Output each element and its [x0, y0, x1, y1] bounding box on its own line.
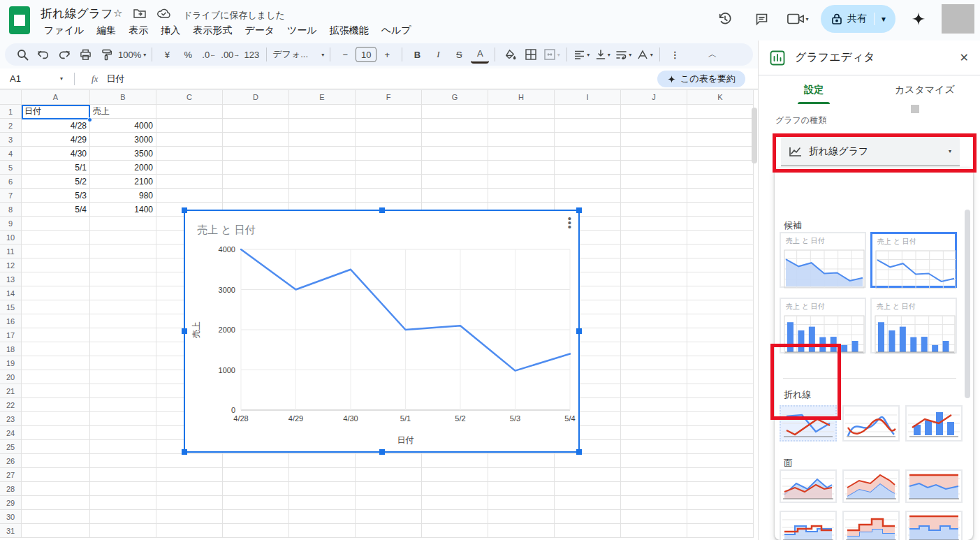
cell-K16[interactable] — [687, 314, 754, 328]
cell-J10[interactable] — [621, 231, 687, 245]
cell-B7[interactable]: 980 — [90, 189, 156, 203]
cell-I3[interactable] — [555, 133, 621, 147]
cell-A14[interactable] — [22, 286, 90, 300]
cell-G30[interactable] — [422, 510, 488, 524]
cell-B6[interactable]: 2100 — [90, 175, 156, 189]
meet-caret-icon[interactable]: ▾ — [806, 16, 809, 22]
cell-B26[interactable] — [90, 454, 156, 468]
cell-J21[interactable] — [621, 384, 687, 398]
row-header-2[interactable]: 2 — [0, 119, 22, 133]
row-header-4[interactable]: 4 — [0, 147, 22, 161]
row-header-7[interactable]: 7 — [0, 189, 22, 203]
cell-G27[interactable] — [422, 468, 488, 482]
cell-K26[interactable] — [687, 454, 754, 468]
comments-icon[interactable] — [748, 6, 775, 32]
menu-2[interactable]: 表示 — [122, 22, 154, 39]
cell-A21[interactable] — [22, 384, 90, 398]
name-box[interactable]: A1 ▾ — [0, 73, 70, 84]
font-size-input[interactable]: 10 — [356, 47, 376, 62]
cell-H2[interactable] — [488, 119, 555, 133]
cell-K27[interactable] — [687, 468, 754, 482]
cell-J13[interactable] — [621, 272, 687, 286]
menu-8[interactable]: ヘルプ — [375, 22, 418, 39]
cell-J19[interactable] — [621, 356, 687, 370]
row-header-16[interactable]: 16 — [0, 314, 22, 328]
cell-A16[interactable] — [22, 314, 90, 328]
share-caret-icon[interactable]: ▼ — [875, 15, 895, 23]
cell-B30[interactable] — [90, 510, 156, 524]
cell-H29[interactable] — [488, 496, 555, 510]
cell-B8[interactable]: 1400 — [90, 203, 156, 217]
resize-handle-ne[interactable] — [576, 207, 582, 213]
stepped-100-area-chart-thumbnail[interactable] — [905, 511, 963, 540]
cell-H27[interactable] — [488, 468, 555, 482]
cell-K4[interactable] — [687, 147, 754, 161]
cell-I30[interactable] — [555, 510, 621, 524]
column-header-G[interactable]: G — [422, 90, 488, 105]
cell-E30[interactable] — [289, 510, 356, 524]
row-header-6[interactable]: 6 — [0, 175, 22, 189]
resize-handle-se[interactable] — [576, 449, 582, 455]
row-header-21[interactable]: 21 — [0, 384, 22, 398]
line-chart-thumbnail-selected[interactable] — [780, 405, 837, 442]
row-header-19[interactable]: 19 — [0, 356, 22, 370]
cell-J18[interactable] — [621, 342, 687, 356]
cell-C6[interactable] — [156, 175, 223, 189]
cell-C2[interactable] — [156, 119, 223, 133]
avatar[interactable] — [942, 4, 974, 34]
cell-F6[interactable] — [356, 175, 422, 189]
cell-E26[interactable] — [289, 454, 356, 468]
gemini-sparkle-icon[interactable] — [905, 6, 932, 32]
cell-D28[interactable] — [223, 482, 289, 496]
cell-J22[interactable] — [621, 398, 687, 412]
cell-K1[interactable] — [687, 105, 754, 119]
undo-icon[interactable] — [34, 45, 52, 64]
cell-J27[interactable] — [621, 468, 687, 482]
cell-I26[interactable] — [555, 454, 621, 468]
cell-B20[interactable] — [90, 370, 156, 384]
row-header-11[interactable]: 11 — [0, 245, 22, 258]
suggestion-column-chart-2[interactable]: 売上 と 日付 — [870, 298, 957, 353]
cell-A7[interactable]: 5/3 — [22, 189, 90, 203]
cell-K24[interactable] — [687, 426, 754, 440]
cell-J12[interactable] — [621, 258, 687, 272]
cell-K11[interactable] — [687, 245, 754, 258]
smooth-line-chart-thumbnail[interactable] — [842, 405, 900, 442]
stepped-area-chart-thumbnail[interactable] — [780, 511, 837, 540]
more-options-icon[interactable]: ⋮ — [666, 45, 684, 64]
cell-I6[interactable] — [555, 175, 621, 189]
cell-K9[interactable] — [687, 217, 754, 231]
percent-format-button[interactable]: % — [179, 45, 197, 64]
cell-J30[interactable] — [621, 510, 687, 524]
cell-J29[interactable] — [621, 496, 687, 510]
collapse-toolbar-icon[interactable]: ︿ — [703, 45, 722, 64]
cell-B28[interactable] — [90, 482, 156, 496]
column-header-E[interactable]: E — [289, 90, 356, 105]
cell-A8[interactable]: 5/4 — [22, 203, 90, 217]
cell-A1[interactable]: 日付 — [22, 105, 90, 119]
cell-A30[interactable] — [22, 510, 90, 524]
cell-J1[interactable] — [621, 105, 687, 119]
move-folder-icon[interactable] — [133, 8, 146, 18]
cell-K12[interactable] — [687, 258, 754, 272]
cell-D29[interactable] — [223, 496, 289, 510]
combo-chart-thumbnail[interactable] — [905, 405, 963, 442]
strikethrough-button[interactable]: S — [450, 45, 468, 64]
cell-B21[interactable] — [90, 384, 156, 398]
increase-decimal-button[interactable]: .00→ — [221, 45, 240, 64]
currency-format-button[interactable]: ¥ — [158, 45, 176, 64]
column-header-F[interactable]: F — [356, 90, 422, 105]
stacked-area-chart-thumbnail[interactable] — [842, 469, 900, 503]
paint-format-icon[interactable] — [97, 45, 115, 64]
cell-A4[interactable]: 4/30 — [22, 147, 90, 161]
cell-C1[interactable] — [156, 105, 223, 119]
cell-E5[interactable] — [289, 161, 356, 175]
cell-K22[interactable] — [687, 398, 754, 412]
cell-J7[interactable] — [621, 189, 687, 203]
cell-D7[interactable] — [223, 189, 289, 203]
cell-B9[interactable] — [90, 217, 156, 231]
cell-J4[interactable] — [621, 147, 687, 161]
share-button[interactable]: 共有 ▼ — [821, 5, 895, 33]
cell-C4[interactable] — [156, 147, 223, 161]
resize-handle-w[interactable] — [182, 328, 187, 334]
